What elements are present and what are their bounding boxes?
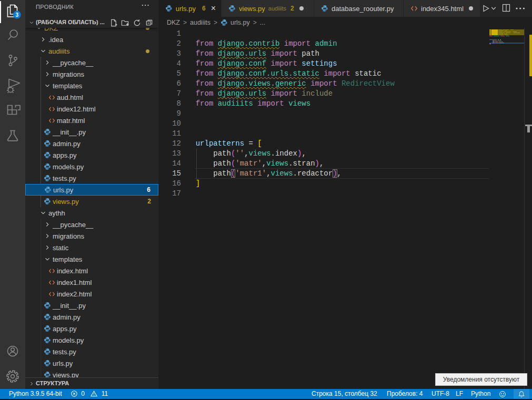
svg-text:3: 3 — [16, 12, 19, 18]
